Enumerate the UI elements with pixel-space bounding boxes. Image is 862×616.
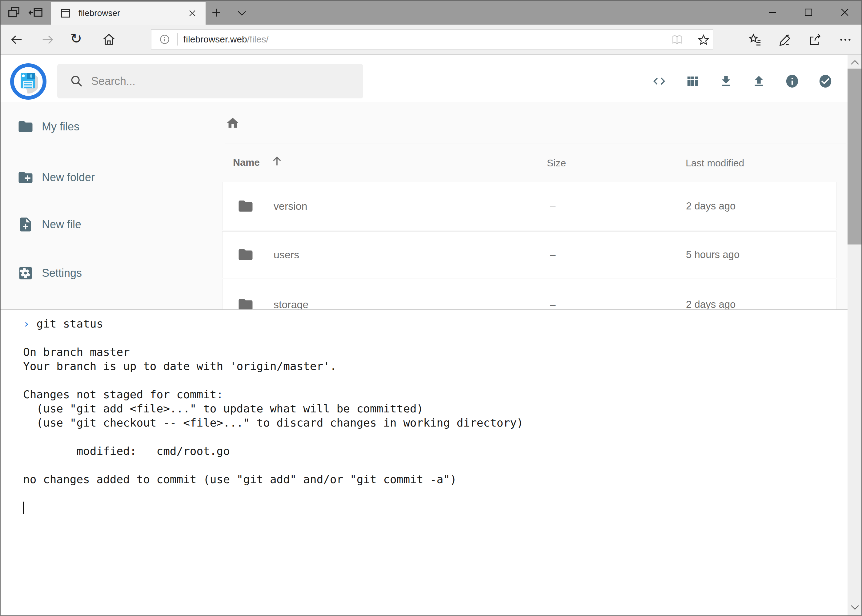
navigation-bar: ↻ filebrowser.web/files/ (0, 25, 862, 55)
url-text: filebrowser.web/files/ (183, 34, 269, 45)
filebrowser-logo[interactable] (10, 63, 46, 100)
home-icon[interactable] (102, 32, 116, 47)
sidebar-item-settings[interactable]: Settings (0, 256, 199, 290)
minimize-button[interactable] (766, 6, 778, 19)
tab-bar: filebrowser (0, 0, 862, 25)
download-icon[interactable] (719, 74, 733, 88)
tab-close-icon[interactable] (188, 9, 197, 18)
search-icon (69, 74, 84, 88)
sidebar-item-label: New file (42, 218, 81, 231)
filebrowser-header (0, 55, 848, 102)
refresh-icon[interactable]: ↻ (70, 31, 82, 46)
note-add-icon (17, 216, 34, 233)
annotate-pen-icon[interactable] (778, 33, 792, 47)
terminal-output: On branch master Your branch is up to da… (23, 331, 848, 487)
terminal-caret (23, 501, 24, 514)
share-icon[interactable] (808, 33, 822, 47)
folder-icon (17, 118, 34, 135)
browser-tab[interactable]: filebrowser (51, 2, 206, 25)
scroll-up-icon[interactable] (849, 58, 860, 67)
sidebar-divider (2, 250, 199, 250)
url-host: filebrowser.web (183, 34, 247, 44)
maximize-button[interactable] (802, 6, 815, 19)
tab-title: filebrowser (79, 8, 120, 18)
reading-view-icon[interactable] (671, 34, 683, 46)
forward-icon[interactable] (41, 33, 55, 47)
scrollbar-thumb[interactable] (848, 69, 862, 245)
file-name: storage (274, 299, 308, 311)
favorite-star-icon[interactable] (697, 33, 710, 47)
new-tab-icon[interactable] (211, 7, 222, 18)
grid-view-icon[interactable] (686, 74, 700, 88)
file-size: – (550, 299, 555, 310)
select-check-icon[interactable] (818, 74, 833, 89)
info-icon[interactable] (785, 74, 800, 89)
file-modified: 2 days ago (686, 299, 736, 310)
column-header-name[interactable]: Name (233, 157, 260, 168)
search-input[interactable] (91, 75, 331, 88)
file-name: version (274, 200, 307, 212)
sort-ascending-icon[interactable] (270, 154, 284, 168)
address-bar[interactable]: filebrowser.web/files/ (151, 29, 713, 50)
folder-icon (237, 246, 254, 263)
upload-icon[interactable] (752, 74, 766, 88)
back-icon[interactable] (9, 33, 24, 47)
terminal-panel[interactable]: › git status On branch master Your branc… (0, 310, 848, 616)
set-tabs-aside-icon[interactable] (28, 6, 44, 20)
settings-icon (17, 265, 34, 281)
tab-preview-icon[interactable] (7, 6, 21, 20)
hub-favorites-icon[interactable] (748, 33, 762, 47)
search-box[interactable] (57, 64, 363, 98)
file-modified: 2 days ago (686, 200, 736, 212)
file-row-version[interactable]: version – 2 days ago (222, 182, 837, 230)
sidebar-item-new-folder[interactable]: New folder (0, 160, 199, 194)
close-button[interactable] (838, 6, 851, 19)
create-new-folder-icon (17, 169, 34, 186)
prompt-chevron-icon: › (23, 317, 30, 330)
tab-list-chevron-icon[interactable] (236, 9, 247, 17)
url-path: /files/ (247, 34, 269, 44)
column-header-modified[interactable]: Last modified (686, 157, 744, 169)
browser-window: filebrowser ↻ (0, 0, 862, 616)
sidebar-item-my-files[interactable]: My files (0, 110, 199, 144)
file-row-users[interactable]: users – 5 hours ago (222, 231, 837, 278)
file-modified: 5 hours ago (686, 249, 739, 261)
file-size: – (550, 200, 555, 212)
terminal-command-line: › git status (23, 317, 848, 331)
raw-view-icon[interactable] (652, 74, 666, 88)
column-header-size[interactable]: Size (547, 157, 566, 169)
scroll-down-icon[interactable] (849, 603, 860, 612)
address-divider (177, 33, 178, 46)
file-name: users (274, 249, 299, 261)
terminal-command: git status (36, 317, 103, 330)
site-info-icon[interactable] (159, 33, 170, 45)
sidebar-item-label: Settings (42, 267, 82, 280)
vertical-scrollbar[interactable] (848, 55, 862, 616)
folder-icon (237, 198, 254, 214)
sidebar-item-label: My files (42, 120, 79, 133)
sidebar-item-new-file[interactable]: New file (0, 207, 199, 241)
sidebar-divider (2, 154, 199, 154)
page-favicon-icon (59, 7, 72, 19)
breadcrumb-home-icon[interactable] (225, 116, 240, 130)
sidebar-item-label: New folder (42, 171, 95, 184)
more-options-icon[interactable] (838, 33, 853, 47)
file-size: – (550, 249, 555, 261)
